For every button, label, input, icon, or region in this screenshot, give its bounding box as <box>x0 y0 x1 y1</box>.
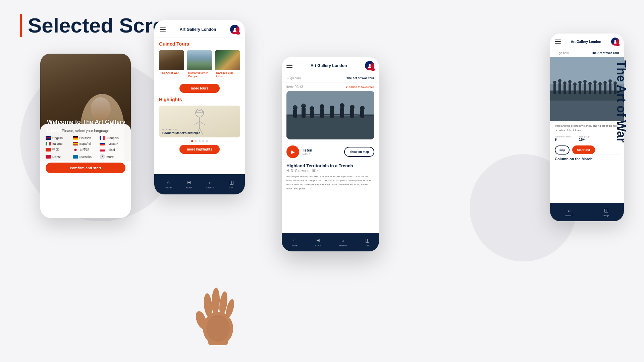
lang-label-english: English <box>52 136 63 140</box>
screen2-header: Art Gallery London <box>154 20 245 38</box>
right-back-nav[interactable]: ← go back <box>555 51 570 55</box>
svg-point-61 <box>360 106 365 111</box>
more-highlights-button[interactable]: more highlights <box>179 145 220 154</box>
detail-nav-map-label: map <box>365 244 370 247</box>
confirm-start-button[interactable]: comfirm and start <box>46 163 125 173</box>
nav-map-label: map <box>229 186 234 189</box>
nav-scan-label: scan <box>186 186 192 189</box>
lang-chinese[interactable]: 中文 <box>46 147 71 152</box>
svg-rect-46 <box>293 109 297 118</box>
svg-point-65 <box>211 288 220 315</box>
guided-tours-title: Guided Tours <box>159 41 240 47</box>
scan-icon: ⊞ <box>187 180 191 185</box>
lang-more[interactable]: + more <box>100 154 125 159</box>
flag-fr <box>100 136 105 140</box>
detail-back-arrow: ← <box>286 76 289 80</box>
detail-nav-map[interactable]: ◫ map <box>365 238 370 247</box>
right-action-buttons: map start tour <box>555 145 619 155</box>
hamburger-line-3 <box>160 31 166 32</box>
lang-danish[interactable]: Dansk <box>46 154 71 159</box>
right-nav-map-label: map <box>603 214 609 217</box>
artwork-description: Fusce quis dui vel orci euismod euismod … <box>286 175 374 191</box>
svg-rect-52 <box>320 108 324 118</box>
artwork-title-section: Highland Territorials in a Trench H. D. … <box>282 161 379 192</box>
screen2-bottom-nav: ⌂ home ⊞ scan ⌕ search ◫ map <box>154 174 245 194</box>
right-nav-search[interactable]: ⌕ search <box>565 207 573 217</box>
hamburger-line-b <box>555 41 561 42</box>
detail-map-icon: ◫ <box>365 238 370 243</box>
right-nav-search-label: search <box>565 214 573 217</box>
nav-search[interactable]: ⌕ search <box>206 180 214 189</box>
start-tour-button[interactable]: start tour <box>572 145 595 154</box>
detail-back-nav[interactable]: ← go back <box>286 76 301 80</box>
play-icon: ▶ <box>291 149 295 155</box>
right-app-title: Art Gallery London <box>571 40 601 44</box>
highlight-card[interactable]: EXHIBITION: Edouard Manet's sketches <box>159 106 240 137</box>
avatar[interactable] <box>230 25 239 34</box>
lang-label-deutsch: Deutsch <box>79 136 91 140</box>
detail-tour-name: The Art of War Tour <box>346 76 374 80</box>
right-avatar[interactable] <box>611 38 619 46</box>
tour-card-2[interactable]: Romanticism in Europe <box>187 50 212 80</box>
svg-rect-21 <box>569 83 571 94</box>
detail-avatar[interactable] <box>365 61 374 70</box>
lang-polish[interactable]: Polski <box>100 147 125 152</box>
right-hamburger[interactable] <box>555 40 561 44</box>
hamburger-menu[interactable] <box>160 27 166 32</box>
svg-point-2 <box>196 109 204 117</box>
highlight-label-area: EXHIBITION: Edouard Manet's sketches <box>162 128 220 135</box>
screen-tour-detail: Art Gallery London ← go back The Art of … <box>282 57 379 251</box>
play-button[interactable]: ▶ <box>286 145 299 158</box>
more-tours-button[interactable]: more tours <box>179 84 220 93</box>
dot-5[interactable] <box>206 140 208 142</box>
tour-card-3[interactable]: Baroque Still Lifes <box>215 50 240 80</box>
svg-rect-58 <box>350 109 354 118</box>
dot-4[interactable] <box>202 140 204 142</box>
detail-nav-search[interactable]: ⌕ search <box>339 238 347 247</box>
flag-more: + <box>100 154 105 159</box>
svg-rect-45 <box>286 116 374 139</box>
lang-espanol[interactable]: Español <box>73 142 99 145</box>
svg-point-1 <box>233 30 236 32</box>
tour-card-1[interactable]: The Art of War <box>159 50 184 80</box>
flag-se <box>73 155 78 159</box>
svg-line-4 <box>195 121 200 125</box>
right-nav-map[interactable]: ◫ map <box>603 207 609 217</box>
svg-line-5 <box>200 121 205 125</box>
flag-de <box>73 136 78 140</box>
item-counter-text: item: 02/13 <box>286 85 303 89</box>
lang-swedish[interactable]: Svenska <box>73 154 99 159</box>
show-on-map-button[interactable]: show on map <box>344 147 374 157</box>
svg-rect-15 <box>553 84 556 94</box>
lang-francais[interactable]: Français <box>100 136 125 140</box>
lang-label-more: more <box>106 155 114 159</box>
lang-deutsch[interactable]: Deutsch <box>73 136 99 140</box>
artwork-main-title: Highland Territorials in a Trench <box>286 163 374 168</box>
language-panel: Please, select your language English Deu… <box>40 124 131 218</box>
svg-rect-50 <box>310 110 314 118</box>
svg-rect-27 <box>584 83 586 94</box>
nav-scan[interactable]: ⊞ scan <box>186 180 192 189</box>
detail-nav-home[interactable]: ⌂ home <box>291 238 298 247</box>
lang-russian[interactable]: Русский <box>100 142 125 145</box>
detail-nav-scan[interactable]: ⊞ scan <box>315 238 321 247</box>
screen2-app-title: Art Gallery London <box>180 27 216 32</box>
tour-card-img-1 <box>159 50 184 70</box>
svg-point-0 <box>234 28 236 30</box>
dot-1[interactable] <box>191 140 193 142</box>
lang-label-danish: Dansk <box>52 155 61 159</box>
svg-point-26 <box>578 81 582 84</box>
nav-map[interactable]: ◫ map <box>229 180 234 189</box>
detail-hamburger[interactable] <box>286 64 292 68</box>
svg-point-9 <box>614 40 616 42</box>
right-user-icon <box>613 40 617 44</box>
dot-3[interactable] <box>199 140 201 142</box>
lang-italiano[interactable]: Italiano <box>46 142 71 145</box>
lang-english[interactable]: English <box>46 136 71 140</box>
dot-2[interactable] <box>195 140 197 142</box>
nav-home[interactable]: ⌂ home <box>165 180 172 189</box>
map-button[interactable]: map <box>555 145 570 155</box>
lang-japanese[interactable]: 日本語 <box>73 147 99 152</box>
lang-label-japanese: 日本語 <box>79 147 90 152</box>
heart-icon: ♥ <box>346 85 347 89</box>
